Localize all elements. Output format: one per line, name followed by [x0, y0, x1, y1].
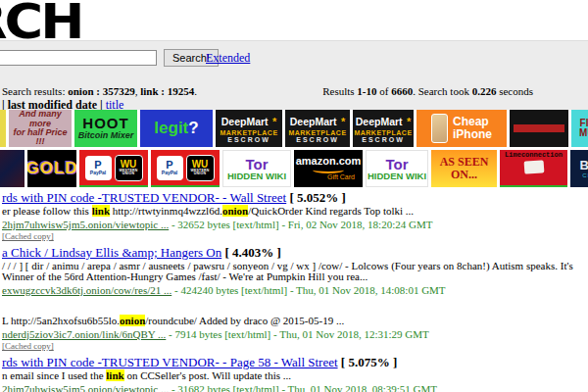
- banner-text: MULTI: [579, 128, 588, 139]
- search-result-2: a Chick / Lindsay Ellis &amp; Hangers On…: [2, 246, 586, 296]
- banner-text: MARKETPLACE: [288, 129, 346, 136]
- banner-text: BU: [580, 159, 588, 172]
- ad-banner-amazon-gift-card[interactable]: amazon.com Gift Card: [294, 150, 363, 187]
- result-snippet: / / / ] [ dir / animu / arepa / asmr / a…: [2, 261, 586, 282]
- search-input[interactable]: [0, 50, 157, 66]
- result-meta: - 7914 bytes [text/html] - Thu, 01 Nov 2…: [166, 328, 428, 340]
- money-roll-image: [523, 161, 544, 174]
- banner-text: ESCROW: [362, 136, 405, 143]
- red-stripe: [514, 124, 565, 132]
- ad-banner-deepmart-2[interactable]: DeepMart * MARKETPLACE ESCROW: [285, 110, 350, 147]
- ad-banner-partial-fireworks[interactable]: [0, 150, 24, 187]
- banner-text: DeepMart: [221, 116, 269, 127]
- ad-banner-gold[interactable]: GOLD: [27, 150, 76, 187]
- extended-search-link[interactable]: Extended: [206, 51, 250, 66]
- ad-banner-limeconnection[interactable]: Limeconnection: [500, 150, 567, 187]
- cached-copy-link[interactable]: [Cached copy]: [2, 231, 54, 241]
- result-relevance-score: [ 5.052% ]: [286, 190, 346, 205]
- banner-text: MARKETPLACE: [354, 129, 412, 136]
- western-union-logo: WU WESTERN UNION: [186, 155, 215, 181]
- banner-text: ?: [188, 120, 198, 137]
- stats-left: Search results: onion : 357329, link : 1…: [2, 85, 197, 97]
- ad-banner-tor-hidden-wiki-1[interactable]: Tor HIDDEN WIKI: [222, 150, 291, 187]
- banner-text: Limeconnection: [505, 152, 563, 159]
- ad-banner-as-seen-on[interactable]: AS SEEN ON...: [431, 150, 497, 187]
- banner-text: MARKETPLACE: [220, 129, 277, 136]
- banner-text: iPhone: [453, 127, 492, 141]
- amazon-smile-arc: [313, 167, 344, 173]
- ad-banner-hoot-bitcoin-mixer[interactable]: HOOT Bitcoin Mixer: [74, 110, 137, 147]
- result-relevance-score: [ 5.075% ]: [338, 355, 398, 369]
- ad-banner-legit[interactable]: legit ?: [140, 110, 213, 147]
- ad-banner-row-2: GOLD P PayPal WU WESTERN UNION P PayPal …: [0, 150, 588, 187]
- banner-text: for half Price !!!: [9, 128, 72, 147]
- stats-bar: Search results: onion : 357329, link : 1…: [0, 85, 588, 97]
- result-title-empty: [2, 301, 586, 315]
- banner-text: DeepMart: [356, 116, 403, 127]
- banner-text: Bitcoin Mixer: [78, 131, 134, 140]
- cached-copy-link[interactable]: [Cached copy]: [2, 341, 54, 351]
- ad-banner-deepmart-3[interactable]: DeepMart * MARKETPLACE ESCROW: [353, 110, 414, 147]
- ad-banner-half-price[interactable]: And many more for half Price !!!: [9, 110, 72, 147]
- western-union-logo: WU WESTERN UNION: [115, 155, 143, 181]
- results-list: rds with PIN code -TRUSTED VENDOR- - Wal…: [2, 191, 586, 392]
- result-url-link[interactable]: nderdj5ziov3ic7.onion/link/6nQBY ...: [2, 328, 166, 340]
- banner-text: HOOT: [82, 116, 128, 131]
- banner-text: GOLD: [27, 160, 76, 177]
- result-url-link[interactable]: 2hjm7uhwisw5jm5.onion/viewtopic ...: [2, 219, 169, 230]
- result-meta: - 424240 bytes [text/html] - Thu, 01 Nov…: [172, 284, 445, 296]
- ad-banner-paypal-wu-1[interactable]: P PayPal WU WESTERN UNION: [79, 150, 148, 187]
- banner-text: ESCROW: [296, 136, 339, 143]
- spark-icon: *: [341, 116, 345, 127]
- paypal-logo: P PayPal: [85, 156, 112, 180]
- ad-banner-crypto-partial[interactable]: BU CRY: [570, 150, 588, 187]
- result-url-link[interactable]: 2hjm7uhwisw5jm5.onion/viewtopic ...: [2, 383, 169, 392]
- banner-text: HIDDEN WIKI: [368, 172, 426, 181]
- search-result-4: rds with PIN code -TRUSTED VENDOR- - Pag…: [2, 356, 586, 392]
- spark-icon: *: [272, 116, 276, 127]
- tor-logo: Tor: [385, 157, 408, 172]
- result-snippet: L http://5an2hxofsu6b55lo.onion/roundcub…: [2, 316, 586, 326]
- result-title-link[interactable]: a Chick / Lindsay Ellis &amp; Hangers On: [2, 245, 221, 260]
- banner-text: Gift Card: [327, 173, 355, 180]
- ad-banner-deepmart-1[interactable]: DeepMart * MARKETPLACE ESCROW: [216, 110, 282, 147]
- ad-banner-partial-yellow[interactable]: [0, 110, 6, 147]
- amazon-logo: amazon.com: [296, 156, 362, 167]
- paypal-logo: P PayPal: [157, 156, 183, 180]
- banner-text: And many more: [9, 110, 72, 128]
- banner-text: DeepMart: [290, 116, 337, 127]
- result-snippet: n email since I used the link on CCSelle…: [2, 370, 586, 381]
- banner-text: ON...: [451, 169, 477, 181]
- banner-text: legit: [154, 120, 188, 137]
- banner-text: ESCROW: [227, 136, 270, 143]
- ad-banner-dark-red-stripe[interactable]: [510, 110, 568, 147]
- result-title-link[interactable]: rds with PIN code -TRUSTED VENDOR- - Wal…: [2, 190, 286, 205]
- result-url-link[interactable]: exwugzccvk3dk6tj.onion/cow/res/21 ...: [2, 284, 172, 296]
- stats-right: Results 1-10 of 6660. Search took 0.226 …: [322, 85, 533, 97]
- iphone-image: [431, 114, 448, 143]
- search-result-3: L http://5an2hxofsu6b55lo.onion/roundcub…: [2, 301, 586, 351]
- ad-banner-row-1: And many more for half Price !!! HOOT Bi…: [0, 110, 588, 147]
- result-meta: - 32652 bytes [text/html] - Fri, 02 Nov …: [169, 219, 432, 230]
- search-result-1: rds with PIN code -TRUSTED VENDOR- - Wal…: [2, 191, 586, 241]
- search-band: Search! Extended Search results: onion :…: [0, 40, 588, 110]
- tor-logo: Tor: [245, 157, 268, 172]
- ad-banner-tor-hidden-wiki-2[interactable]: Tor HIDDEN WIKI: [366, 150, 428, 187]
- banner-text: CRY: [582, 172, 588, 178]
- ad-banner-cheap-iphone[interactable]: Cheap iPhone: [416, 110, 507, 147]
- result-meta: - 31682 bytes [text/html] - Thu, 01 Nov …: [169, 383, 437, 392]
- spark-icon: *: [407, 116, 411, 127]
- ad-banner-first-multi[interactable]: FIRST MULTI: [571, 110, 588, 147]
- ad-banner-paypal-wu-2[interactable]: P PayPal WU WESTERN UNION: [151, 150, 220, 187]
- result-snippet: er please follow this link http://rtwtyi…: [2, 206, 586, 217]
- result-relevance-score: [ 4.403% ]: [221, 245, 281, 260]
- result-title-link[interactable]: rds with PIN code -TRUSTED VENDOR- - Pag…: [2, 355, 338, 369]
- banner-text: HIDDEN WIKI: [227, 172, 286, 181]
